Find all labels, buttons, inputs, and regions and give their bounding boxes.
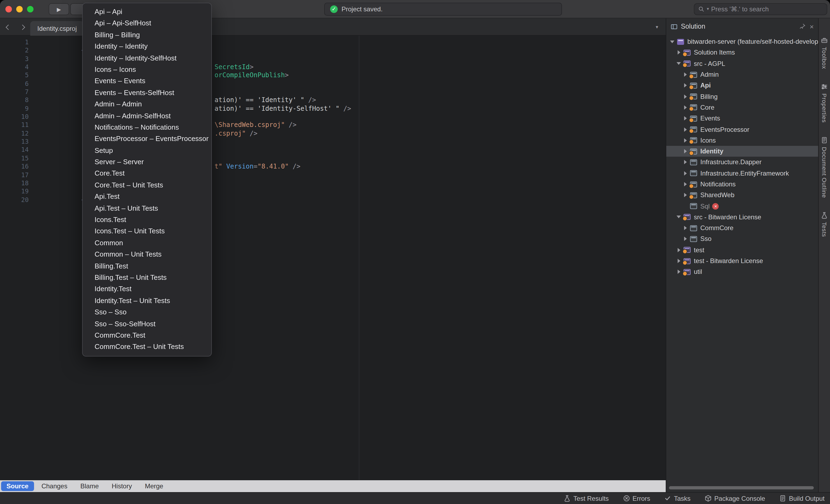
run-config-menu-item[interactable]: EventsProcessor – EventsProcessor [83, 133, 211, 145]
expander-icon[interactable] [675, 213, 682, 221]
expander-icon[interactable] [668, 38, 676, 45]
run-config-menu-item[interactable]: Identity – Identity-SelfHost [83, 52, 211, 64]
tree-item[interactable]: Admin [666, 69, 818, 80]
tree-item[interactable]: Icons [666, 135, 818, 146]
expander-icon[interactable] [675, 49, 682, 57]
horizontal-scrollbar[interactable] [669, 486, 814, 490]
tree-item[interactable]: Solution Items [666, 47, 818, 58]
expander-icon[interactable] [681, 82, 689, 90]
expander-icon[interactable] [681, 159, 689, 166]
tree-item[interactable]: EventsProcessor [666, 124, 818, 135]
tree-item[interactable]: Sso [666, 234, 818, 245]
expander-icon[interactable] [681, 126, 689, 133]
global-search[interactable]: ▾ [694, 3, 827, 15]
tree-item[interactable]: test - Bitwarden License [666, 256, 818, 267]
forward-button[interactable] [15, 19, 29, 36]
tree-item[interactable]: src - AGPL [666, 58, 818, 69]
run-button[interactable]: ▶ [49, 3, 69, 15]
expander-icon[interactable] [681, 71, 689, 78]
expander-icon[interactable] [681, 202, 689, 210]
expander-icon[interactable] [675, 268, 682, 276]
expander-icon[interactable] [681, 235, 689, 243]
tree-item[interactable]: CommCore [666, 223, 818, 234]
tree-item[interactable]: bitwarden-server (feature/self-hosted-de… [666, 36, 818, 47]
git-tab[interactable]: Source [1, 481, 34, 491]
dock-tab[interactable]: Document Outline [821, 137, 828, 198]
tree-item[interactable]: src - Bitwarden License [666, 212, 818, 223]
git-tab[interactable]: History [106, 481, 137, 491]
run-config-menu-item[interactable]: Icons.Test [83, 214, 211, 226]
run-config-menu-item[interactable]: Sso – Sso-SelfHost [83, 318, 211, 330]
close-pad-icon[interactable]: × [810, 23, 814, 30]
status-bar-item[interactable]: Package Console [705, 495, 765, 502]
tree-item[interactable]: Api [666, 80, 818, 91]
run-config-menu-item[interactable]: Events – Events [83, 75, 211, 87]
tree-item[interactable]: Sql [666, 201, 818, 212]
dock-tab[interactable]: Toolbox [821, 37, 828, 69]
run-config-menu-item[interactable]: Notifications – Notifications [83, 122, 211, 133]
editor-tab[interactable]: Identity.csproj [30, 21, 84, 36]
tree-item[interactable]: Infrastructure.Dapper [666, 157, 818, 168]
run-config-menu-item[interactable]: Core.Test – Unit Tests [83, 179, 211, 191]
run-config-menu-item[interactable]: Common [83, 237, 211, 249]
git-tab[interactable]: Blame [75, 481, 104, 491]
tree-item[interactable]: Core [666, 102, 818, 113]
tree-item[interactable]: Infrastructure.EntityFramework [666, 168, 818, 179]
tree-item[interactable]: Notifications [666, 179, 818, 190]
git-tab[interactable]: Changes [36, 481, 73, 491]
expander-icon[interactable] [675, 257, 682, 265]
expander-icon[interactable] [681, 180, 689, 188]
tree-item[interactable]: util [666, 266, 818, 277]
pin-icon[interactable] [799, 23, 806, 30]
expander-icon[interactable] [681, 224, 689, 232]
dock-tab[interactable]: Tests [821, 212, 828, 237]
expander-icon[interactable] [681, 169, 689, 177]
run-config-menu-item[interactable]: Billing.Test [83, 260, 211, 272]
status-bar-item[interactable]: Build Output [779, 495, 825, 502]
git-tab[interactable]: Merge [139, 481, 168, 491]
expander-icon[interactable] [681, 192, 689, 199]
run-config-menu-item[interactable]: CommCore.Test – Unit Tests [83, 341, 211, 353]
traffic-light[interactable] [27, 6, 33, 12]
run-config-menu-item[interactable]: Core.Test [83, 168, 211, 179]
run-config-menu-item[interactable]: Admin – Admin [83, 98, 211, 110]
status-bar-item[interactable]: Test Results [564, 495, 609, 502]
dock-tab[interactable]: Properties [821, 83, 828, 122]
search-input[interactable] [711, 5, 823, 13]
expander-icon[interactable] [681, 147, 689, 155]
tree-item[interactable]: Identity [666, 146, 818, 157]
run-config-menu-item[interactable]: Billing.Test – Unit Tests [83, 272, 211, 283]
expander-icon[interactable] [681, 137, 689, 144]
run-config-menu-item[interactable]: Sso – Sso [83, 306, 211, 318]
expander-icon[interactable] [675, 60, 682, 67]
run-config-menu-item[interactable]: Api.Test [83, 191, 211, 203]
tree-item[interactable]: Billing [666, 91, 818, 102]
tab-overflow-icon[interactable]: ▾ [656, 19, 658, 36]
run-config-menu-item[interactable]: Setup [83, 144, 211, 156]
back-button[interactable] [1, 19, 15, 36]
status-bar-item[interactable]: Tasks [664, 495, 690, 502]
traffic-light[interactable] [16, 6, 23, 12]
run-config-menu-item[interactable]: CommCore.Test [83, 330, 211, 341]
run-config-menu-item[interactable]: Api – Api-SelfHost [83, 18, 211, 29]
traffic-light[interactable] [5, 6, 12, 12]
expander-icon[interactable] [675, 246, 682, 254]
tree-item[interactable]: test [666, 244, 818, 256]
run-config-menu-item[interactable]: Icons – Icons [83, 64, 211, 75]
expander-icon[interactable] [681, 93, 689, 100]
run-config-menu-item[interactable]: Server – Server [83, 156, 211, 168]
status-bar-item[interactable]: Errors [623, 495, 650, 502]
run-config-menu-item[interactable]: Identity – Identity [83, 40, 211, 52]
expander-icon[interactable] [681, 114, 689, 122]
run-config-menu-item[interactable]: Admin – Admin-SelfHost [83, 110, 211, 122]
run-config-menu-item[interactable]: Icons.Test – Unit Tests [83, 226, 211, 237]
expander-icon[interactable] [681, 104, 689, 111]
run-config-menu-item[interactable]: Api – Api [83, 6, 211, 18]
run-config-menu-item[interactable]: Events – Events-SelfHost [83, 87, 211, 98]
tree-item[interactable]: SharedWeb [666, 190, 818, 201]
tree-item[interactable]: Events [666, 113, 818, 124]
run-config-menu-item[interactable]: Identity.Test [83, 283, 211, 295]
run-config-menu-item[interactable]: Common – Unit Tests [83, 248, 211, 260]
run-config-menu-item[interactable]: Api.Test – Unit Tests [83, 202, 211, 214]
run-config-menu-item[interactable]: Identity.Test – Unit Tests [83, 295, 211, 307]
